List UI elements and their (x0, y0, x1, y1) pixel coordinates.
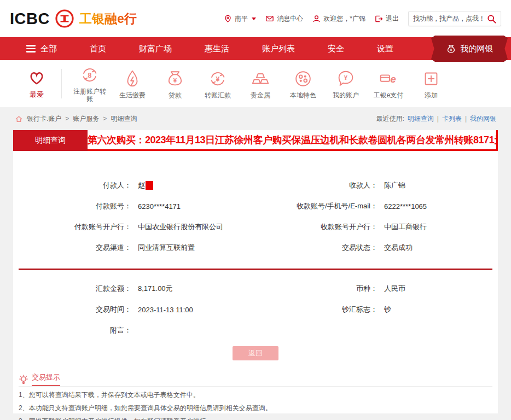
payer-bank-value: 中国农业银行股份有限公司 (131, 217, 252, 237)
payee-bank-value: 中国工商银行 (378, 217, 498, 237)
welcome-label: 欢迎您，*广锦 (323, 14, 365, 24)
add-icon (421, 68, 442, 89)
search-input[interactable] (413, 15, 487, 22)
cash-flag-value: 钞 (378, 299, 498, 320)
svg-text:8: 8 (88, 72, 92, 79)
payer-bank-label: 付款账号开户行： (13, 217, 131, 237)
breadcrumb-part-cards[interactable]: 银行卡.账户 (27, 114, 61, 124)
transfer-remit-icon: ¥ (207, 68, 228, 89)
payee-name-label: 收款人： (252, 175, 378, 196)
logout-label: 退出 (386, 14, 399, 24)
fav-item-register-transfer[interactable]: 8 注册账户转账 (68, 65, 111, 103)
transaction-tips: 交易提示 1、您可以将查询结果下载，并保存到文本或电子表格文件中。 2、本功能只… (19, 372, 492, 420)
time-value: 2023-11-13 11:00 (131, 299, 252, 320)
tip-line-2: 2、本功能只支持查询账户明细，如您需要查询具体交易的明细信息请到相关交易查询。 (19, 404, 492, 413)
memo-label: 附言： (13, 320, 131, 341)
precious-metals-icon (250, 68, 271, 89)
svg-text:e: e (390, 73, 396, 85)
breadcrumb-separator: > (103, 115, 107, 122)
nav-item-account-list[interactable]: 账户列表 (262, 44, 295, 54)
user-icon (312, 15, 321, 23)
breadcrumb-part-account-services[interactable]: 账户服务 (73, 114, 99, 124)
svg-text:¥: ¥ (344, 74, 348, 81)
status-value: 交易成功 (378, 237, 498, 258)
svg-text:¥: ¥ (450, 48, 452, 52)
payee-account-label: 收款账号/手机号/E-mail： (252, 196, 378, 217)
welcome-user[interactable]: 欢迎您，*广锦 (312, 14, 365, 24)
fav-item-icbc-epay[interactable]: e 工银e支付 (367, 68, 410, 99)
time-label: 交易时间： (13, 299, 131, 320)
tips-title: 交易提示 (32, 372, 60, 386)
brand-logo: ICBC 工银融e行 (10, 9, 137, 28)
fav-item-precious-metals[interactable]: 贵金属 (239, 68, 282, 99)
detail-panel: 明细查询 第六次购买：2023年11月13日江苏徐州客户购买保温压边机和长款卷圆… (13, 130, 498, 413)
nav-item-security[interactable]: 安全 (328, 44, 344, 54)
payee-name-value: 陈广锦 (378, 175, 498, 196)
annotation-text: 第六次购买：2023年11月13日江苏徐州客户购买保温压边机和长款卷圆机各两台发… (88, 133, 498, 147)
link-separator: | (465, 115, 467, 122)
breadcrumb-separator: > (65, 115, 69, 122)
location-pin-icon (224, 15, 232, 23)
amount-value: 8,171.00元 (131, 278, 252, 299)
nav-item-settings[interactable]: 设置 (377, 44, 393, 54)
recent-link-detail-query[interactable]: 明细查询 (408, 114, 434, 124)
nav-item-all-menu[interactable]: 全部 (26, 44, 57, 54)
fav-item-local-features[interactable]: 本地特色 (282, 68, 324, 99)
amount-label: 汇款金额： (13, 278, 131, 299)
fav-item-transfer-remit[interactable]: ¥ 转账汇款 (196, 68, 239, 99)
chevron-down-icon (252, 18, 256, 20)
my-ebank-label: 我的网银 (461, 44, 493, 54)
message-center-link[interactable]: 消息中心 (265, 14, 303, 24)
nav-item-wealth-plaza[interactable]: 财富广场 (139, 44, 172, 54)
fav-item-my-accounts[interactable]: ¥ 我的账户 (324, 68, 367, 99)
currency-label: 币种： (252, 278, 378, 299)
main-nav: 全部 首页 财富广场 惠生活 账户列表 安全 设置 ¥ 我的网银 (0, 37, 511, 60)
payee-bank-label: 收款账号开户行： (252, 217, 378, 237)
breadcrumb-part-detail-query: 明细查询 (111, 114, 137, 124)
recent-used-label: 最近使用: (376, 114, 404, 124)
tab-detail-query[interactable]: 明细查询 (13, 130, 88, 151)
loan-icon: ¥ (165, 68, 185, 89)
nav-all-label: 全部 (40, 44, 57, 54)
recent-link-my-ebank[interactable]: 我的网银 (470, 114, 496, 124)
icbc-logo-text: ICBC (10, 10, 50, 28)
detail-grid-top: 付款人： 赵 收款人： 陈广锦 付款账号： 6230****4171 收款账号/… (13, 175, 498, 258)
search-box (408, 11, 501, 26)
nav-item-home[interactable]: 首页 (90, 44, 106, 54)
memo-value (131, 320, 252, 341)
logout-icon (375, 15, 383, 23)
recent-link-card-list[interactable]: 卡列表 (442, 114, 462, 124)
cash-flag-label: 钞汇标志： (252, 299, 378, 320)
payer-account-value: 6230****4171 (131, 196, 252, 217)
channel-value: 同业清算互联前置 (131, 237, 252, 258)
status-label: 交易状态： (252, 237, 378, 258)
svg-text:¥: ¥ (173, 77, 177, 84)
money-bag-icon: ¥ (446, 44, 456, 54)
my-accounts-icon: ¥ (335, 68, 356, 89)
search-icon[interactable] (487, 14, 496, 24)
hamburger-menu-icon (26, 45, 36, 52)
favorites-heart-item[interactable]: 最爱 (19, 68, 55, 100)
heart-icon (27, 68, 47, 87)
red-divider (19, 269, 492, 270)
location-selector[interactable]: 南平 (224, 14, 256, 24)
logout-button[interactable]: 退出 (375, 14, 399, 24)
my-ebank-ribbon-button[interactable]: ¥ 我的网银 (431, 36, 508, 62)
icbc-emblem-icon (55, 9, 74, 28)
register-transfer-icon: 8 (79, 65, 100, 85)
fav-item-loan[interactable]: ¥ 贷款 (154, 68, 196, 99)
payer-name-label: 付款人： (13, 175, 131, 196)
icbc-epay-icon: e (378, 68, 399, 89)
nav-item-life[interactable]: 惠生活 (205, 44, 229, 54)
breadcrumb: 银行卡.账户 > 账户服务 > 明细查询 (15, 114, 137, 124)
local-features-icon (293, 68, 313, 89)
location-label: 南平 (235, 14, 248, 24)
payer-name-value: 赵 (131, 175, 252, 196)
fav-item-utility-payment[interactable]: 生活缴费 (111, 68, 154, 99)
home-icon (15, 115, 23, 123)
tip-line-3: 3、网银互联账户明细由开户银行提供，如有疑问请联系开户银行。 (19, 417, 492, 420)
back-button[interactable]: 返回 (233, 346, 278, 360)
payer-account-label: 付款账号： (13, 196, 131, 217)
fav-item-add[interactable]: 添加 (410, 68, 452, 99)
svg-text:¥: ¥ (216, 75, 220, 83)
